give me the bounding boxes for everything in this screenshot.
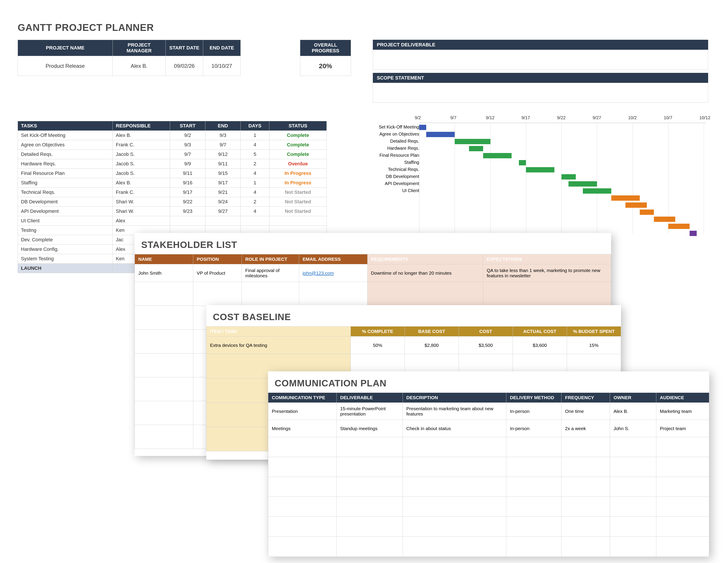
gantt-bar [668,224,690,229]
col-project-manager: PROJECT MANAGER [113,40,166,56]
gantt-tick: 9/17 [522,115,530,120]
page-title: GANTT PROJECT PLANNER [18,22,154,33]
val-end-date: 10/10/27 [203,56,241,76]
gantt-row-label: Final Resource Plan [364,153,419,158]
col-project-name: PROJECT NAME [18,40,113,56]
table-row: Detailed Reqs.Jacob S.9/79/125Complete [18,150,327,159]
gantt-tick: 10/7 [664,115,672,120]
gantt-bar [611,195,640,201]
communication-table: COMMUNICATION TYPEDELIVERABLEDESCRIPTION… [268,393,709,556]
gantt-row-label: DB Development [364,174,419,179]
gantt-bar [654,216,675,222]
communication-title: COMMUNICATION PLAN [275,378,709,389]
gantt-bar [640,209,654,215]
gantt-tick: 9/2 [415,115,421,120]
table-row: Extra devices for QA testing50%$2,800$3,… [206,337,621,354]
table-row: StaffingAlex B.9/169/171In Progress [18,178,327,188]
gantt-row-label: UI Client [364,188,419,193]
table-row: Set Kick-Off MeetingAlex B.9/29/31Comple… [18,131,327,140]
table-row: Agree on ObjectivesFrank C.9/39/74Comple… [18,140,327,150]
gantt-bar [561,174,576,179]
gantt-chart: 9/29/79/129/179/229/2710/210/710/12Set K… [360,110,706,234]
table-row: Hardware Reqs.Jacob S.9/99/112Overdue [18,159,327,169]
gantt-row-label: API Development [364,181,419,186]
gantt-bar [455,139,490,144]
gantt-bar [469,146,483,151]
gantt-bar [426,132,455,137]
gantt-tick: 9/7 [450,115,456,120]
col-start-date: START DATE [166,40,203,56]
scope-label: SCOPE STATEMENT [373,73,708,83]
stakeholder-title: STAKEHOLDER LIST [141,239,611,250]
gantt-row-label: Detailed Reqs. [364,139,419,144]
tasks-col-1: RESPONSIBLE [113,121,170,131]
overall-progress-label: OVERALL PROGRESS [300,40,351,56]
gantt-row-label: Agree on Objectives [364,132,419,137]
table-row: Presentation15-minute PowerPoint present… [268,403,709,420]
table-row: Final Resource PlanJacob S.9/119/154In P… [18,169,327,178]
gantt-tick: 9/27 [593,115,601,120]
gantt-bar [625,202,647,208]
gantt-tick: 9/22 [557,115,566,120]
scope-body [373,83,708,103]
gantt-row-label: Hardware Reqs. [364,146,419,151]
gantt-row-label: Staffing [364,160,419,165]
col-end-date: END DATE [203,40,241,56]
gantt-bar [519,160,526,165]
val-start-date: 09/02/26 [166,56,203,76]
tasks-col-0: TASKS [18,121,113,131]
project-info-table: PROJECT NAME PROJECT MANAGER START DATE … [18,40,241,76]
gantt-row-label: Set Kick-Off Meeting [364,124,419,130]
table-row: UI ClientAlex [18,216,327,226]
overall-progress-value: 20% [300,56,351,76]
tasks-col-4: DAYS [241,121,269,131]
table-row: John SmithVP of ProductFinal approval of… [135,264,611,282]
stakeholder-email-link[interactable]: john@123.com [303,270,334,275]
deliverable-label: PROJECT DELIVERABLE [373,40,708,50]
communication-panel: COMMUNICATION PLAN COMMUNICATION TYPEDEL… [268,371,709,557]
gantt-tick: 10/12 [699,115,710,120]
gantt-bar [583,188,611,194]
tasks-col-5: STATUS [269,121,327,131]
cost-title: COST BASELINE [213,312,621,322]
table-row: MeetingsStandup meetingsCheck in about s… [268,420,709,437]
tasks-col-2: START [170,121,205,131]
deliverable-body [373,50,708,70]
table-row: API DevelopmentShari W.9/239/274Not Star… [18,207,327,216]
gantt-bar [569,181,597,186]
gantt-bar [419,125,426,130]
overall-progress-table: OVERALL PROGRESS 20% [300,40,351,76]
table-row: DB DevelopmentShari W.9/229/242Not Start… [18,197,327,207]
gantt-bar [526,167,554,172]
gantt-bar [483,153,512,158]
table-row: Technical Reqs.Frank C.9/179/214Not Star… [18,188,327,197]
gantt-tick: 10/2 [628,115,637,120]
val-project-manager: Alex B. [113,56,166,76]
gantt-row-label: Technical Reqs. [364,167,419,172]
gantt-bar [690,231,697,236]
val-project-name: Product Release [18,56,113,76]
gantt-tick: 9/12 [486,115,495,120]
tasks-col-3: END [205,121,241,131]
